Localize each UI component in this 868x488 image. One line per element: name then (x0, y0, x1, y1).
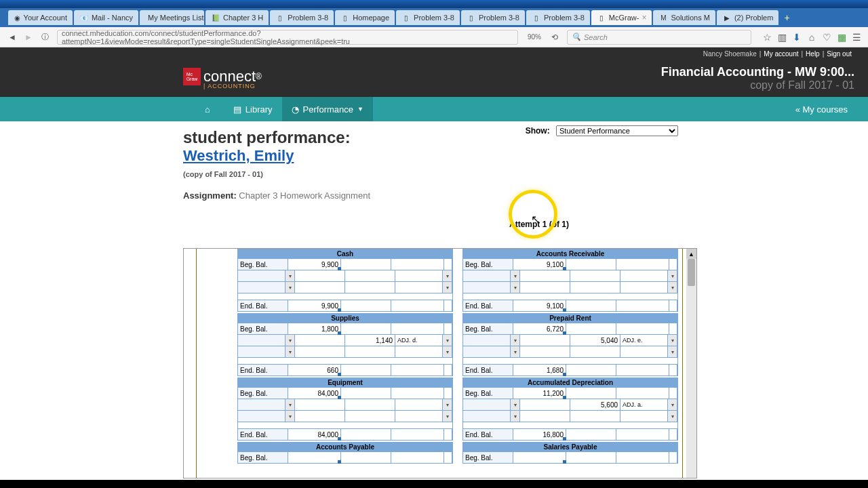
beg-bal-label: Beg. Bal. (463, 323, 513, 334)
home-icon[interactable]: ⌂ (804, 30, 819, 45)
debit-input[interactable] (295, 270, 345, 281)
menu-performance[interactable]: ◔Performance ▼ (282, 97, 373, 121)
debit-input[interactable] (295, 399, 345, 410)
back-button[interactable]: ◄ (5, 30, 19, 44)
browser-tab[interactable]: ▯Problem 3-8 (270, 10, 334, 25)
dropdown-icon[interactable]: ▾ (511, 399, 520, 410)
dropdown-icon[interactable]: ▾ (511, 270, 520, 281)
credit-input[interactable] (345, 346, 395, 357)
dropdown-icon[interactable]: ▾ (285, 270, 295, 281)
credit-input[interactable]: 5,600 (570, 399, 620, 410)
student-name-link[interactable]: Westrich, Emily (183, 147, 294, 164)
help-link[interactable]: Help (806, 50, 820, 58)
dropdown-icon[interactable]: ▾ (443, 411, 452, 422)
debit-input[interactable] (295, 335, 345, 346)
debit-input[interactable] (520, 335, 570, 346)
browser-tab[interactable]: MSolutions M (653, 10, 715, 25)
forward-button[interactable]: ► (22, 30, 35, 44)
url-bar[interactable]: connect.mheducation.com/connect/studentP… (57, 30, 518, 45)
browser-tab[interactable]: My Meetings List (140, 10, 204, 25)
browser-tab[interactable]: ◉Your Account (8, 10, 73, 25)
dropdown-icon[interactable]: ▾ (511, 282, 520, 293)
dropdown-icon[interactable]: ▾ (511, 335, 520, 346)
credit-input[interactable] (345, 411, 395, 422)
account-title: Equipment (238, 378, 452, 387)
debit-input[interactable] (295, 282, 345, 293)
credit-input[interactable] (345, 270, 395, 281)
dropdown-icon[interactable]: ▾ (285, 411, 295, 422)
debit-input[interactable] (520, 282, 570, 293)
browser-tab[interactable]: ▯McGraw-× (591, 10, 652, 25)
dropdown-icon[interactable]: ▾ (443, 335, 452, 346)
adj-label (620, 282, 668, 293)
browser-tab[interactable]: ▯Problem 3-8 (461, 10, 525, 25)
account-title: Prepaid Rent (463, 314, 677, 323)
scrollbar[interactable]: ▲ (686, 249, 696, 478)
dropdown-icon[interactable]: ▾ (668, 346, 677, 357)
scroll-thumb[interactable] (688, 259, 695, 286)
bookmark-star-icon[interactable]: ☆ (760, 30, 774, 45)
debit-input[interactable] (520, 411, 570, 422)
menu-icon[interactable]: ☰ (849, 30, 864, 45)
reload-button[interactable]: ⟲ (548, 30, 561, 44)
dropdown-icon[interactable]: ▾ (285, 282, 295, 293)
dropdown-icon[interactable]: ▾ (285, 335, 295, 346)
menu-my-courses[interactable]: « My courses (795, 104, 868, 115)
extension-icon[interactable]: ▦ (834, 30, 849, 45)
browser-tab[interactable]: ▯Homepage (335, 10, 395, 25)
show-select[interactable]: Student Performance (556, 125, 678, 136)
browser-tab[interactable]: 📧Mail - Nancy (74, 10, 138, 25)
beg-bal-label: Beg. Bal. (238, 388, 288, 399)
dropdown-icon[interactable]: ▾ (511, 346, 520, 357)
end-bal-label: End. Bal. (238, 300, 288, 311)
menu-library[interactable]: ▤Library (224, 97, 282, 121)
dropdown-icon[interactable]: ▾ (285, 399, 295, 410)
credit-input[interactable] (345, 282, 395, 293)
identity-icon[interactable]: ⓘ (38, 30, 52, 44)
browser-tab[interactable]: ▯Problem 3-8 (526, 10, 590, 25)
dropdown-icon[interactable]: ▾ (668, 270, 677, 281)
credit-input[interactable]: 5,040 (570, 335, 620, 346)
debit-input[interactable] (520, 346, 570, 357)
t-account: Prepaid Rent Beg. Bal.6,720 ▾ 5,040 ADJ.… (462, 313, 678, 376)
zoom-level[interactable]: 90% (528, 33, 541, 41)
debit-input[interactable] (520, 399, 570, 410)
debit-input[interactable] (520, 270, 570, 281)
menu-home[interactable]: ⌂ (195, 97, 224, 121)
dropdown-icon[interactable]: ▾ (285, 346, 295, 357)
favicon: ◉ (14, 13, 21, 22)
browser-tab[interactable]: 📗Chapter 3 H (205, 10, 269, 25)
debit-input[interactable] (295, 346, 345, 357)
credit-input[interactable] (345, 399, 395, 410)
pocket-icon[interactable]: ♡ (819, 30, 834, 45)
search-bar[interactable]: 🔍 Search (567, 30, 751, 45)
browser-tab[interactable]: ▶(2) Problem (717, 10, 778, 25)
credit-input[interactable] (570, 346, 620, 357)
dropdown-icon[interactable]: ▾ (668, 399, 677, 410)
credit-input[interactable] (570, 270, 620, 281)
dropdown-icon[interactable]: ▾ (668, 411, 677, 422)
debit-input[interactable] (295, 411, 345, 422)
credit-input[interactable]: 1,140 (345, 335, 395, 346)
close-tab-icon[interactable]: × (642, 13, 646, 22)
sidebar-icon[interactable]: ▥ (774, 30, 789, 45)
beg-bal-value: 6,720 (513, 323, 566, 334)
downloads-icon[interactable]: ⬇ (789, 30, 804, 45)
dropdown-icon[interactable]: ▾ (443, 282, 452, 293)
signout-link[interactable]: Sign out (827, 50, 852, 58)
dropdown-icon[interactable]: ▾ (668, 335, 677, 346)
new-tab-button[interactable]: + (784, 12, 789, 23)
dropdown-icon[interactable]: ▾ (511, 411, 520, 422)
scroll-up-icon[interactable]: ▲ (686, 249, 696, 259)
credit-input[interactable] (570, 282, 620, 293)
credit-input[interactable] (570, 411, 620, 422)
my-account-link[interactable]: My account (764, 50, 798, 58)
dropdown-icon[interactable]: ▾ (668, 282, 677, 293)
dropdown-icon[interactable]: ▾ (443, 399, 452, 410)
browser-tab[interactable]: ▯Problem 3-8 (396, 10, 460, 25)
favicon: ▯ (597, 13, 606, 22)
dropdown-icon[interactable]: ▾ (443, 270, 452, 281)
dropdown-icon[interactable]: ▾ (443, 346, 452, 357)
beg-bal-value: 84,000 (288, 388, 341, 399)
user-name: Nancy Shoemake (703, 50, 757, 58)
